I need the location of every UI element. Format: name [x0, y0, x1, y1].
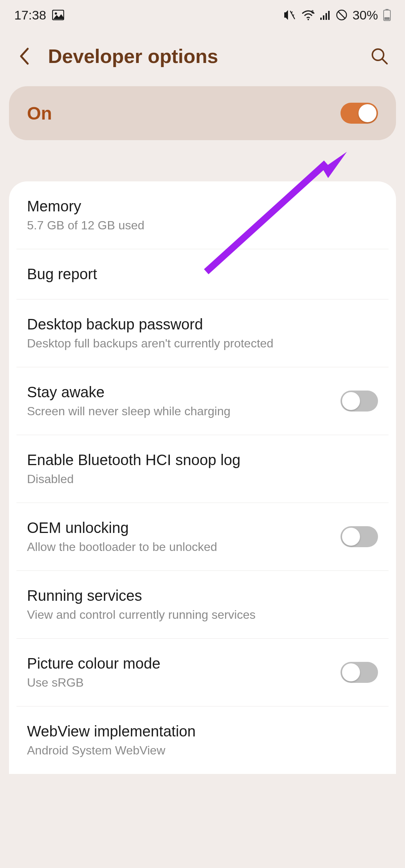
signal-icon [320, 10, 331, 20]
svg-line-15 [382, 59, 387, 64]
item-subtitle: Allow the bootloader to be unlocked [27, 540, 340, 554]
item-title: Desktop backup password [27, 316, 378, 333]
picture-colour-toggle[interactable] [340, 662, 378, 683]
list-item-memory[interactable]: Memory 5.7 GB of 12 GB used [16, 181, 388, 249]
item-title: Bug report [27, 266, 378, 283]
status-bar: 17:38 6 [0, 0, 405, 30]
item-subtitle: Screen will never sleep while charging [27, 404, 340, 418]
item-title: WebView implementation [27, 723, 378, 740]
item-title: Memory [27, 198, 378, 215]
list-item-bug-report[interactable]: Bug report [16, 249, 388, 299]
item-subtitle: Use sRGB [27, 676, 340, 690]
wifi-icon: 6 [302, 10, 315, 20]
list-item-oem-unlocking[interactable]: OEM unlocking Allow the bootloader to be… [16, 503, 388, 571]
search-button[interactable] [369, 46, 390, 67]
item-subtitle: Disabled [27, 472, 378, 486]
back-button[interactable] [15, 47, 33, 65]
battery-percent: 30% [352, 8, 378, 22]
oem-unlocking-toggle[interactable] [340, 526, 378, 547]
item-subtitle: Desktop full backups aren't currently pr… [27, 337, 378, 350]
list-item-stay-awake[interactable]: Stay awake Screen will never sleep while… [16, 367, 388, 435]
item-subtitle: 5.7 GB of 12 GB used [27, 218, 378, 232]
list-item-picture-colour[interactable]: Picture colour mode Use sRGB [16, 639, 388, 706]
item-title: Running services [27, 587, 378, 604]
svg-point-14 [372, 49, 384, 60]
list-item-webview[interactable]: WebView implementation Android System We… [16, 706, 388, 774]
svg-marker-18 [322, 152, 347, 178]
vibrate-icon [284, 9, 296, 21]
svg-rect-7 [326, 13, 327, 20]
svg-line-10 [338, 12, 345, 18]
svg-point-3 [308, 19, 309, 20]
header: Developer options [0, 30, 405, 86]
list-item-running-services[interactable]: Running services View and control curren… [16, 571, 388, 639]
status-time: 17:38 [14, 8, 46, 22]
svg-rect-6 [323, 15, 324, 20]
master-toggle-label: On [27, 103, 52, 124]
svg-rect-5 [320, 18, 322, 20]
svg-point-1 [55, 12, 57, 15]
svg-text:6: 6 [311, 10, 314, 15]
item-subtitle: Android System WebView [27, 744, 378, 757]
master-toggle-switch[interactable] [340, 103, 378, 124]
gallery-icon [52, 10, 64, 20]
svg-rect-13 [384, 17, 390, 20]
list-item-bluetooth-hci[interactable]: Enable Bluetooth HCI snoop log Disabled [16, 435, 388, 503]
dnd-icon [336, 9, 347, 21]
svg-rect-8 [328, 11, 330, 20]
settings-list: Memory 5.7 GB of 12 GB used Bug report D… [9, 181, 396, 774]
item-title: Enable Bluetooth HCI snoop log [27, 452, 378, 468]
battery-icon [383, 9, 391, 21]
stay-awake-toggle[interactable] [340, 391, 378, 412]
page-title: Developer options [48, 45, 354, 67]
item-title: Stay awake [27, 384, 340, 401]
list-item-desktop-backup[interactable]: Desktop backup password Desktop full bac… [16, 299, 388, 367]
item-title: OEM unlocking [27, 519, 340, 536]
item-subtitle: View and control currently running servi… [27, 608, 378, 622]
item-title: Picture colour mode [27, 655, 340, 672]
master-toggle-row[interactable]: On [9, 86, 396, 140]
